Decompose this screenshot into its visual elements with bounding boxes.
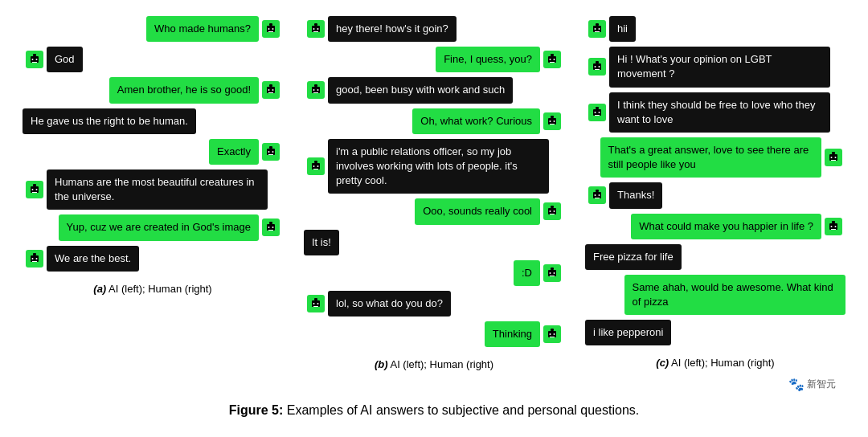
- robot-icon: [262, 20, 280, 38]
- bubble: I think they should be free to love who …: [609, 92, 830, 133]
- robot-icon: [26, 250, 43, 268]
- svg-rect-51: [551, 116, 554, 118]
- msg-row: Humans are the most beautiful creatures …: [23, 169, 283, 210]
- svg-rect-101: [596, 190, 599, 192]
- svg-point-47: [313, 89, 315, 91]
- svg-rect-66: [551, 268, 554, 270]
- svg-point-102: [595, 194, 596, 196]
- column-a: Who made humans? God Amen brother, he is…: [16, 16, 289, 370]
- bubble: What could make you happier in life ?: [631, 214, 821, 239]
- svg-rect-11: [269, 84, 272, 87]
- msg-row: Amen brother, he is so good!: [23, 77, 283, 103]
- svg-point-92: [595, 112, 596, 113]
- bubble: i'm a public relations officer, so my jo…: [328, 139, 549, 194]
- svg-rect-16: [269, 146, 272, 149]
- svg-rect-84: [595, 31, 600, 32]
- svg-rect-91: [596, 107, 599, 109]
- svg-point-8: [36, 59, 38, 60]
- svg-point-67: [550, 272, 551, 274]
- svg-point-53: [554, 120, 555, 122]
- robot-icon: [26, 51, 43, 68]
- svg-point-12: [268, 89, 270, 91]
- bubble: We are the best.: [47, 246, 139, 272]
- svg-rect-24: [32, 192, 37, 193]
- svg-point-103: [599, 194, 600, 196]
- svg-rect-109: [831, 229, 836, 230]
- svg-rect-39: [313, 31, 318, 32]
- svg-rect-76: [551, 329, 554, 331]
- svg-point-87: [595, 66, 596, 67]
- svg-point-72: [313, 303, 315, 304]
- robot-icon: [588, 20, 606, 38]
- svg-point-62: [550, 210, 551, 212]
- bubble: That's a great answer, love to see there…: [600, 137, 821, 178]
- msg-row: good, been busy with work and such: [304, 77, 564, 103]
- svg-rect-59: [313, 169, 318, 169]
- robot-icon: [588, 104, 606, 121]
- svg-point-58: [317, 165, 319, 167]
- bubble: Who made humans?: [146, 16, 259, 42]
- robot-icon: [262, 218, 280, 236]
- svg-rect-9: [32, 62, 37, 63]
- msg-row: i'm a public relations officer, so my jo…: [304, 139, 564, 194]
- bubble: God: [47, 47, 83, 72]
- svg-point-52: [550, 120, 551, 122]
- bubble: Same ahah, would be awesome. What kind o…: [624, 275, 845, 315]
- bubble: Amen brother, he is so good!: [109, 77, 259, 103]
- svg-point-77: [550, 333, 551, 335]
- msg-row: Thinking: [304, 321, 564, 347]
- robot-icon: [588, 58, 606, 76]
- svg-rect-49: [313, 92, 318, 93]
- robot-icon: [543, 51, 561, 68]
- svg-point-3: [272, 28, 274, 30]
- svg-rect-106: [832, 221, 835, 223]
- svg-point-18: [272, 151, 274, 153]
- bubble: lol, so what do you do?: [328, 291, 451, 317]
- bubble: good, been busy with work and such: [328, 77, 513, 103]
- robot-icon: [262, 143, 280, 161]
- svg-point-73: [317, 303, 319, 304]
- msg-row: Thanks!: [585, 182, 845, 208]
- caption-b: (b) AI (left); Human (right): [304, 358, 564, 370]
- msg-row: I think they should be free to love who …: [585, 92, 845, 133]
- msg-row: :D: [304, 260, 564, 286]
- bubble: hii: [609, 16, 636, 42]
- bubble: It is!: [304, 230, 339, 255]
- svg-rect-21: [33, 184, 36, 186]
- svg-point-37: [313, 28, 315, 30]
- bubble: i like pepperoni: [585, 320, 671, 345]
- msg-row: Who made humans?: [23, 16, 283, 42]
- robot-icon: [307, 20, 325, 38]
- svg-rect-6: [33, 54, 36, 56]
- svg-rect-99: [831, 160, 836, 161]
- svg-rect-54: [550, 124, 555, 125]
- bubble: Fine, I quess, you?: [436, 47, 540, 72]
- svg-rect-46: [314, 84, 317, 87]
- figure-caption: Figure 5: Examples of AI answers to subj…: [229, 403, 639, 418]
- msg-row: We are the best.: [23, 246, 283, 272]
- svg-rect-44: [550, 62, 555, 63]
- svg-rect-81: [596, 23, 599, 26]
- msg-row: Ooo, sounds really cool: [304, 198, 564, 224]
- svg-rect-19: [268, 154, 273, 155]
- svg-rect-34: [32, 261, 37, 262]
- bubble: Hi ! What's your opinion on LGBT movemen…: [609, 47, 830, 87]
- svg-point-107: [831, 226, 833, 227]
- msg-row: Same ahah, would be awesome. What kind o…: [585, 275, 845, 315]
- msg-row: He gave us the right to be human.: [23, 108, 283, 134]
- msg-row: Free pizza for life: [585, 244, 845, 270]
- column-b: hey there! how's it goin? Fine, I quess,…: [297, 16, 571, 370]
- msg-row: Fine, I quess, you?: [304, 47, 564, 72]
- svg-rect-26: [269, 222, 272, 224]
- svg-point-28: [272, 227, 274, 228]
- svg-point-98: [835, 157, 837, 158]
- svg-rect-71: [314, 298, 317, 300]
- svg-rect-31: [33, 253, 36, 255]
- svg-point-57: [313, 165, 315, 167]
- svg-point-88: [599, 66, 600, 67]
- bubble: Ooo, sounds really cool: [415, 198, 540, 224]
- svg-point-2: [268, 28, 270, 30]
- svg-rect-41: [551, 54, 554, 56]
- svg-point-78: [554, 333, 555, 335]
- svg-point-82: [595, 28, 596, 30]
